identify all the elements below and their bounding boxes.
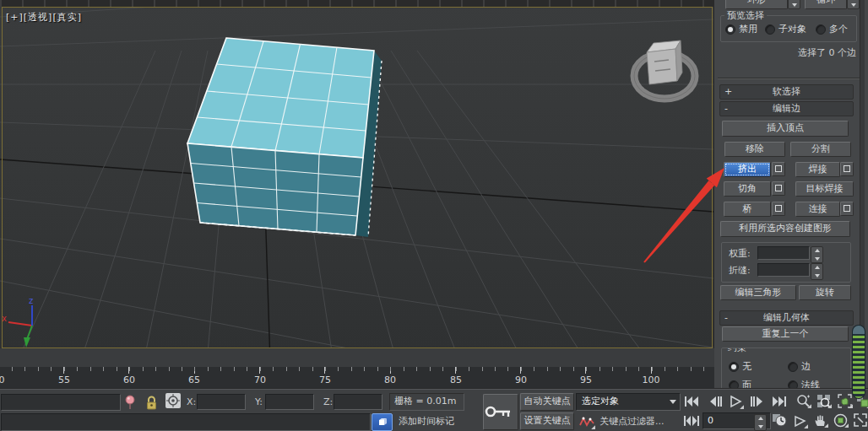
command-panel: 环形 循环 预览选择 禁用 子对象 多个 选择了 0 个边 + <box>713 0 868 390</box>
connect-settings-button[interactable] <box>840 202 854 216</box>
extrude-settings-button[interactable] <box>772 162 785 176</box>
svg-text:z: z <box>29 296 33 305</box>
edit-edges-toggle[interactable]: - <box>724 102 728 115</box>
chamfer-button[interactable]: 切角 <box>724 181 771 197</box>
extrude-button[interactable]: 挤出 <box>724 162 771 177</box>
target-weld-button[interactable]: 目标焊接 <box>795 181 854 197</box>
rollout-edit-geometry[interactable]: - 编辑几何体 <box>719 310 854 326</box>
constraint-edge-label: 边 <box>801 360 811 373</box>
add-time-tag[interactable]: 添加时间标记 <box>393 413 464 430</box>
chamfer-settings-button[interactable] <box>772 181 785 196</box>
soft-selection-title: 软选择 <box>773 86 800 97</box>
edit-geometry-toggle[interactable]: - <box>724 311 728 324</box>
rollout-soft-selection[interactable]: + 软选择 <box>719 84 854 100</box>
repeat-last-button[interactable]: 重复上一个 <box>722 326 849 342</box>
perspective-viewport[interactable]: x z [+][透视][真实] <box>0 0 713 348</box>
set-keys-button[interactable] <box>483 394 518 430</box>
radio-disable[interactable]: 禁用 <box>725 23 757 35</box>
preview-selection-group: 预览选择 禁用 子对象 多个 <box>720 15 857 42</box>
timeline-label: 75 <box>312 374 338 385</box>
key-filters-button[interactable]: 关键点过滤器... <box>599 415 665 428</box>
crease-spinner[interactable] <box>811 263 823 280</box>
maxscript-mini-listener[interactable] <box>1 394 121 411</box>
auto-key-button[interactable]: 自动关键点 <box>520 393 574 411</box>
edit-triangulation-button[interactable]: 编辑三角形 <box>720 285 796 300</box>
weight-spinner[interactable] <box>811 246 823 263</box>
turn-button[interactable]: 旋转 <box>799 285 851 300</box>
connect-button[interactable]: 连接 <box>795 202 840 217</box>
time-configuration-icon[interactable] <box>770 412 789 428</box>
track-bar[interactable] <box>0 348 714 367</box>
rollout-edit-edges[interactable]: - 编辑边 <box>719 101 854 116</box>
striped-indicator <box>853 326 865 398</box>
set-key-button[interactable]: 设置关键点 <box>520 412 574 430</box>
x-coord-label: X: <box>187 396 196 407</box>
bridge-button[interactable]: 桥 <box>724 202 771 217</box>
adaptive-degradation-icon[interactable] <box>372 413 393 431</box>
key-filter-curve-icon[interactable] <box>578 413 596 430</box>
goto-start-button[interactable] <box>682 393 701 410</box>
selection-lock-icon[interactable] <box>142 394 160 411</box>
soft-selection-toggle[interactable]: + <box>724 85 732 98</box>
ring-spinner[interactable] <box>788 0 800 9</box>
current-frame-field[interactable]: 0 <box>703 412 771 429</box>
panel-separator <box>718 78 861 78</box>
z-coord-field[interactable] <box>334 394 382 410</box>
pin-icon[interactable] <box>121 394 139 411</box>
zoom-extents-selected-icon[interactable] <box>835 392 854 409</box>
grid-size-display: 栅格 = 0.01m <box>389 393 464 411</box>
previous-frame-button[interactable] <box>706 393 724 410</box>
timeline-label: 90 <box>508 374 534 385</box>
radio-subobject-dot[interactable] <box>765 24 775 35</box>
key-mode-toggle[interactable] <box>682 412 701 429</box>
weld-button[interactable]: 焊接 <box>795 162 840 177</box>
maximize-viewport-toggle[interactable] <box>851 412 868 428</box>
remove-button[interactable]: 移除 <box>724 142 785 157</box>
next-frame-button[interactable] <box>748 393 767 410</box>
weight-crease-group: 权重: 折缝: <box>721 242 851 283</box>
loop-button[interactable]: 循环 <box>805 0 847 9</box>
constraint-none[interactable]: 无 <box>729 360 751 373</box>
constraint-none-label: 无 <box>742 360 751 373</box>
goto-end-button[interactable] <box>770 393 789 410</box>
viewport-label[interactable]: [+][透视][真实] <box>6 11 82 24</box>
crease-field[interactable] <box>757 263 810 277</box>
frame-spinner[interactable] <box>754 414 767 431</box>
selection-set-value: 选定对象 <box>582 396 619 407</box>
weight-label: 权重: <box>729 247 751 260</box>
constraint-none-dot[interactable] <box>729 362 739 372</box>
radio-multiple-dot[interactable] <box>816 24 826 35</box>
insert-vertex-button[interactable]: 插入顶点 <box>722 121 849 137</box>
y-coord-field[interactable] <box>265 394 314 410</box>
zoom-icon[interactable] <box>794 392 812 409</box>
radio-multiple[interactable]: 多个 <box>816 23 848 35</box>
viewcube-gizmo[interactable] <box>627 34 707 110</box>
timeline-ruler[interactable]: 0 55 60 65 70 75 80 85 90 95 100 <box>0 367 714 388</box>
constraint-edge-dot[interactable] <box>788 362 798 372</box>
selection-set-dropdown[interactable]: 选定对象 <box>576 393 681 411</box>
selection-region-icon[interactable] <box>790 412 809 429</box>
orbit-icon[interactable] <box>831 412 849 428</box>
world-axis-tripod: x z <box>0 295 51 348</box>
weld-settings-button[interactable] <box>840 162 854 176</box>
radio-subobject-label: 子对象 <box>778 23 806 35</box>
weight-field[interactable] <box>757 246 810 260</box>
loop-spinner[interactable] <box>847 0 860 9</box>
ring-button[interactable]: 环形 <box>725 0 788 9</box>
create-shape-button[interactable]: 利用所选内容创建图形 <box>720 221 850 237</box>
3dsmax-window: x z [+][透视][真实] 环形 循环 预览选择 禁用 子对象 <box>0 0 868 431</box>
timeline-label: 65 <box>182 374 207 385</box>
zoom-extents-icon[interactable] <box>814 392 833 409</box>
radio-subobject[interactable]: 子对象 <box>765 23 806 35</box>
split-button[interactable]: 分割 <box>790 142 851 157</box>
teal-box-object[interactable] <box>0 0 713 348</box>
pan-hand-icon[interactable] <box>811 412 829 428</box>
x-coord-field[interactable] <box>197 394 246 410</box>
bridge-settings-button[interactable] <box>772 202 785 216</box>
absolute-mode-icon[interactable] <box>163 392 183 409</box>
radio-disable-dot[interactable] <box>725 24 735 35</box>
timeline-label: 0 <box>0 374 7 385</box>
edit-geometry-title: 编辑几何体 <box>763 312 810 323</box>
play-button[interactable] <box>726 393 745 410</box>
constraint-edge[interactable]: 边 <box>788 360 811 373</box>
